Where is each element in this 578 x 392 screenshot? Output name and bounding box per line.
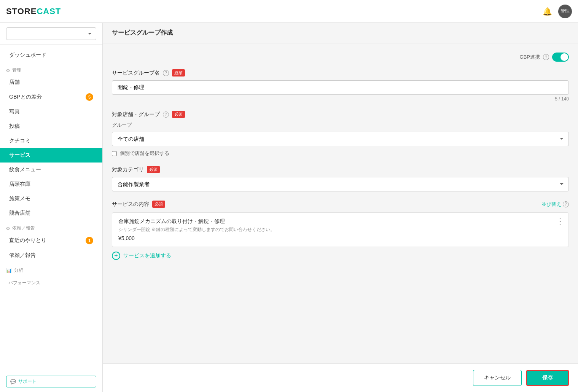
required-badge-name: 必須 (172, 69, 185, 76)
sidebar: STORECAST 恵比寿店 ダッシュボード ⊙ 管理 店舗 GBPとの差分 5… (0, 23, 103, 392)
individual-checkbox-row: 個別で店舗を選択する (112, 150, 569, 157)
char-count: 5 / 140 (112, 96, 569, 102)
logo-cast: CAST (37, 6, 61, 16)
sidebar-item-memo[interactable]: 施策メモ (0, 191, 102, 206)
add-circle-icon: + (112, 252, 120, 260)
sidebar-item-inventory[interactable]: 店頭在庫 (0, 177, 102, 191)
category-label-row: 対象カテゴリ 必須 (112, 166, 569, 173)
header: STORECAST 🔔 管理 (0, 0, 578, 23)
gbp-toggle[interactable] (552, 53, 569, 62)
sidebar-item-dashboard[interactable]: ダッシュボード (0, 48, 102, 62)
form-footer: キャンセル 保存 (103, 363, 578, 392)
sidebar-item-reviews[interactable]: クチコミ (0, 134, 102, 148)
target-store-label-row: 対象店舗・グループ ? 必須 (112, 111, 569, 118)
sidebar-section-management: ⊙ 管理 (0, 62, 102, 75)
target-store-section: 対象店舗・グループ ? 必須 グループ 全ての店舗 個別で店舗を選択する (112, 111, 569, 157)
sidebar-item-photos[interactable]: 写真 (0, 105, 102, 119)
store-selector[interactable]: STORECAST 恵比寿店 (0, 23, 102, 45)
category-select[interactable]: 合鍵作製業者 (112, 177, 569, 191)
gbp-toggle-row: GBP連携 ? (112, 53, 569, 62)
group-select[interactable]: 全ての店舗 (112, 132, 569, 146)
sidebar-item-posts[interactable]: 投稿 (0, 119, 102, 134)
sidebar-section-performance: パフォーマンス (0, 275, 102, 288)
gbp-label: GBP連携 (520, 54, 540, 61)
bell-icon[interactable]: 🔔 (543, 7, 552, 16)
sidebar-nav: ダッシュボード ⊙ 管理 店舗 GBPとの差分 5 写真 投稿 クチコミ (0, 45, 102, 291)
service-item-price: ¥5,000 (118, 235, 562, 241)
sidebar-section-reports: ⊙ 依頼／報告 (0, 220, 102, 233)
service-item-description: シリンダー開錠 ※鍵の種類によって変動しますのでお問い合わせください。 (118, 226, 562, 233)
sidebar-item-recent[interactable]: 直近のやりとり 1 (0, 233, 102, 248)
sort-help-icon[interactable]: ? (563, 201, 569, 207)
sidebar-item-competitor[interactable]: 競合店舗 (0, 206, 102, 220)
gbp-help-icon[interactable]: ? (543, 54, 549, 60)
category-section: 対象カテゴリ 必須 合鍵作製業者 (112, 166, 569, 191)
service-item-menu-button[interactable]: ⋮ (556, 217, 563, 225)
service-content-label-row: サービスの内容 必須 (112, 201, 165, 208)
page-header: サービスグループ作成 (103, 23, 578, 43)
service-group-name-input[interactable] (112, 80, 569, 95)
service-group-name-label-row: サービスグループ名 ? 必須 (112, 69, 569, 76)
support-icon: 💬 (10, 379, 16, 384)
sidebar-item-services[interactable]: サービス (0, 148, 102, 163)
service-group-name-help-icon[interactable]: ? (163, 70, 169, 76)
service-content-header: サービスの内容 必須 並び替え ? (112, 201, 569, 208)
content-area: GBP連携 ? サービスグループ名 ? 必須 5 / 140 対象店舗 (103, 43, 578, 363)
add-service-link[interactable]: + サービスを追加する (112, 252, 569, 260)
sidebar-item-gbp-diff[interactable]: GBPとの差分 5 (0, 89, 102, 105)
sidebar-section-analytics: 📊 分析 (0, 263, 102, 275)
target-store-help-icon[interactable]: ? (163, 112, 169, 118)
individual-store-checkbox[interactable] (112, 151, 117, 156)
sidebar-bottom: 💬 サポート (0, 371, 102, 392)
service-item-title: 金庫施錠メカニズムの取り付け・解錠・修理 (118, 218, 562, 225)
gbp-diff-badge: 5 (86, 93, 93, 101)
service-group-name-section: サービスグループ名 ? 必須 5 / 140 (112, 69, 569, 102)
individual-store-label[interactable]: 個別で店舗を選択する (120, 150, 169, 157)
cancel-button[interactable]: キャンセル (473, 370, 522, 386)
avatar[interactable]: 管理 (558, 5, 572, 18)
service-content-section: サービスの内容 必須 並び替え ? 金庫施錠メカニズムの取り付け・解錠・修理 シ… (112, 201, 569, 260)
required-badge-service: 必須 (152, 201, 165, 208)
logo-store: STORE (6, 6, 37, 16)
recent-badge: 1 (86, 237, 93, 244)
required-badge-category: 必須 (147, 166, 160, 173)
sidebar-item-store[interactable]: 店舗 (0, 75, 102, 89)
sidebar-item-reports[interactable]: 依頼／報告 (0, 248, 102, 263)
sort-link[interactable]: 並び替え ? (541, 201, 569, 208)
main: サービスグループ作成 GBP連携 ? サービスグループ名 ? 必須 5 / 14… (103, 23, 578, 392)
sidebar-item-food-menu[interactable]: 飲食メニュー (0, 163, 102, 177)
store-select[interactable]: STORECAST 恵比寿店 (6, 27, 96, 40)
support-button[interactable]: 💬 サポート (6, 376, 96, 387)
header-icons: 🔔 管理 (543, 5, 572, 18)
group-sub-label: グループ (112, 122, 569, 129)
layout: STORECAST 恵比寿店 ダッシュボード ⊙ 管理 店舗 GBPとの差分 5… (0, 23, 578, 392)
save-button[interactable]: 保存 (526, 370, 569, 386)
page-title: サービスグループ作成 (112, 29, 173, 36)
required-badge-store: 必須 (172, 111, 185, 118)
service-item: 金庫施錠メカニズムの取り付け・解錠・修理 シリンダー開錠 ※鍵の種類によって変動… (112, 212, 569, 247)
logo: STORECAST (6, 6, 543, 16)
